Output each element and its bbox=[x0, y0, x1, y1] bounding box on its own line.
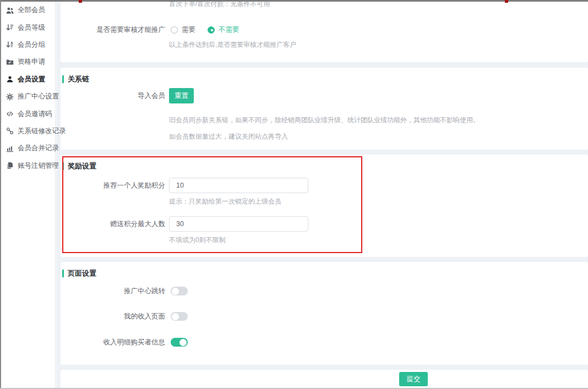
section-title-page-settings: 页面设置 bbox=[61, 270, 96, 277]
sidebar-item-label: 全部会员 bbox=[18, 6, 45, 15]
income-detail-buyer-row: 收入明细购买者信息 bbox=[61, 338, 588, 347]
toggle-knob bbox=[172, 313, 179, 320]
section-title-reward-settings: 奖励设置 bbox=[61, 162, 96, 170]
sidebar-item-label: 会员分组 bbox=[18, 40, 45, 50]
sidebar-item-label: 关系链修改记录 bbox=[18, 127, 66, 136]
sidebar-item-member-levels[interactable]: 会员等级 bbox=[1, 19, 55, 36]
audit-hint: 以上条件达到后,是否需要审核才能推广客户 bbox=[169, 41, 296, 48]
my-income-page-toggle[interactable] bbox=[171, 312, 188, 321]
section-title-bar bbox=[62, 162, 64, 170]
sort-amount-icon bbox=[6, 24, 14, 31]
sidebar-item-label: 会员设置 bbox=[18, 75, 45, 84]
main-content: 首次下单/首次付款：无条件不可用 是否需要审核才能推广 需要 不需要 以上条件达… bbox=[56, 2, 588, 388]
reward-points-input[interactable] bbox=[169, 178, 308, 193]
toggle-knob bbox=[179, 339, 187, 346]
section-title-bar bbox=[62, 75, 64, 83]
sidebar-item-member-settings[interactable]: 会员设置 bbox=[1, 71, 55, 88]
my-income-page-row: 我的收入页面 bbox=[61, 312, 588, 321]
reward-points-hint: 提示：只奖励给第一次锁定的上级会员 bbox=[169, 198, 281, 205]
promo-center-redirect-row: 推广中心跳转 bbox=[61, 287, 588, 295]
import-members-row: 导入会员 重置 bbox=[61, 88, 588, 103]
reward-settings-card: 奖励设置 推荐一个人奖励积分 提示：只奖励给第一次锁定的上级会员 赠送积分最大人… bbox=[61, 155, 588, 257]
reset-button[interactable]: 重置 bbox=[169, 88, 194, 103]
window-left-edge bbox=[0, 0, 1, 389]
promo-center-redirect-label: 推广中心跳转 bbox=[61, 287, 165, 295]
bar-chart-icon bbox=[6, 145, 14, 152]
file-icon bbox=[6, 162, 14, 169]
user-icon bbox=[6, 75, 14, 83]
radio-option-not-required[interactable]: 不需要 bbox=[208, 25, 239, 35]
radio-unselected-icon[interactable] bbox=[171, 26, 178, 34]
annotation-artifact-left bbox=[79, 0, 82, 3]
code-icon bbox=[6, 110, 14, 118]
sidebar-item-account-cancellation[interactable]: 账号注销管理 bbox=[1, 157, 55, 174]
reward-points-row: 推荐一个人奖励积分 bbox=[61, 178, 588, 193]
sidebar-item-invite-code[interactable]: 会员邀请码 bbox=[1, 105, 55, 122]
my-income-page-label: 我的收入页面 bbox=[61, 312, 165, 321]
sidebar-item-label: 账号注销管理 bbox=[18, 161, 59, 171]
annotation-artifact-right bbox=[505, 0, 508, 3]
page-settings-card: 页面设置 推广中心跳转 我的收入页面 收入明细购买者信息 bbox=[61, 262, 588, 365]
audit-card: 首次下单/首次付款：无条件不可用 是否需要审核才能推广 需要 不需要 以上条件达… bbox=[61, 2, 588, 62]
sort-group-icon bbox=[6, 41, 14, 48]
radio-selected-icon[interactable] bbox=[208, 26, 215, 34]
sidebar-item-promotion-center-settings[interactable]: 推广中心设置 bbox=[1, 88, 55, 105]
radio-option-required[interactable]: 需要 bbox=[171, 25, 195, 35]
reward-points-label: 推荐一个人奖励积分 bbox=[61, 178, 165, 193]
income-detail-buyer-toggle[interactable] bbox=[171, 338, 188, 347]
sidebar-item-qualification[interactable]: 资格申请 bbox=[1, 53, 55, 70]
submit-button[interactable]: 提交 bbox=[399, 372, 428, 386]
promo-center-redirect-toggle[interactable] bbox=[171, 287, 188, 295]
section-title-relation-chain: 关系链 bbox=[61, 75, 89, 83]
income-detail-buyer-label: 收入明细购买者信息 bbox=[61, 338, 165, 347]
audit-radio-group: 需要 不需要 bbox=[171, 22, 239, 37]
sidebar: 全部会员 会员等级 会员分组 资格申请 会员设置 bbox=[1, 2, 56, 388]
gear-icon bbox=[6, 93, 14, 101]
sidebar-item-relation-chain-log[interactable]: 关系链修改记录 bbox=[1, 123, 55, 140]
sidebar-item-label: 会员邀请码 bbox=[18, 109, 52, 119]
users-icon bbox=[6, 7, 14, 14]
max-people-row: 赠送积分最大人数 bbox=[61, 216, 588, 232]
footer-card: 提交 bbox=[61, 370, 588, 389]
import-members-label: 导入会员 bbox=[61, 88, 165, 103]
toggle-knob bbox=[172, 288, 179, 295]
audit-radio-row: 是否需要审核才能推广 需要 不需要 bbox=[61, 22, 588, 37]
max-people-hint: 不填或为0则不限制 bbox=[169, 236, 226, 244]
audit-label: 是否需要审核才能推广 bbox=[61, 22, 165, 37]
sidebar-item-label: 会员等级 bbox=[18, 23, 45, 32]
relation-hint-1: 旧会员同步新关系链，如果不同步，除经销商团队业绩升级、统计团队业绩功能外，其他功… bbox=[169, 116, 480, 124]
relation-hint-2: 如会员数据量过大，建议关闭站点再导入 bbox=[169, 133, 288, 140]
folder-check-icon bbox=[6, 58, 14, 66]
max-people-label: 赠送积分最大人数 bbox=[61, 216, 165, 232]
radio-option-label: 不需要 bbox=[219, 25, 239, 35]
sidebar-item-all-members[interactable]: 全部会员 bbox=[1, 2, 55, 19]
sidebar-item-member-groups[interactable]: 会员分组 bbox=[1, 36, 55, 53]
sidebar-item-merge-records[interactable]: 会员合并记录 bbox=[1, 140, 55, 157]
section-title-bar bbox=[62, 270, 64, 277]
link-icon bbox=[6, 127, 14, 135]
max-people-input[interactable] bbox=[169, 216, 308, 232]
window-top-edge bbox=[0, 0, 588, 2]
radio-option-label: 需要 bbox=[182, 25, 195, 35]
sidebar-item-label: 会员合并记录 bbox=[18, 144, 59, 153]
sidebar-item-label: 资格申请 bbox=[18, 57, 45, 67]
sidebar-item-label: 推广中心设置 bbox=[18, 92, 59, 101]
relation-chain-card: 关系链 导入会员 重置 旧会员同步新关系链，如果不同步，除经销商团队业绩升级、统… bbox=[61, 68, 588, 150]
member-settings-page: 全部会员 会员等级 会员分组 资格申请 会员设置 bbox=[0, 0, 588, 389]
